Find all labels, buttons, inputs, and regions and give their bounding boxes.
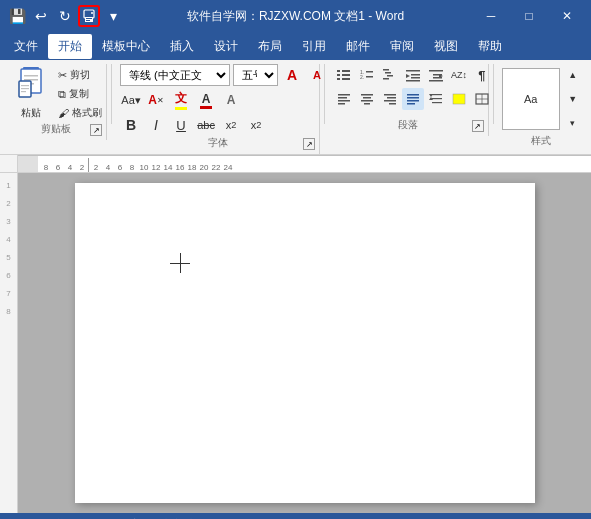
status-bar: 第 1 页，共 1 页 0 个字 中文(中国) <box>0 513 591 519</box>
para-row-1: 1.2. AZ↕ ¶ <box>333 64 493 86</box>
menu-insert[interactable]: 插入 <box>160 34 204 59</box>
menu-review[interactable]: 审阅 <box>380 34 424 59</box>
redo-button[interactable]: ↻ <box>54 5 76 27</box>
multilevel-list-button[interactable] <box>379 64 401 86</box>
cut-button[interactable]: ✂ 剪切 <box>54 66 106 84</box>
maximize-button[interactable]: □ <box>511 2 547 30</box>
superscript-button[interactable]: x2 <box>245 114 267 136</box>
styles-controls: Aa ▲ ▼ ▾ <box>502 64 584 134</box>
sort-button[interactable]: AZ↕ <box>448 64 470 86</box>
bullets-button[interactable] <box>333 64 355 86</box>
svg-rect-48 <box>384 100 396 102</box>
title-bar: 💾 ↩ ↻ ▾ 软件自学网：RJZXW.COM 文档1 - Word ─ □ ✕ <box>0 0 591 32</box>
customize-button[interactable]: ▾ <box>102 5 124 27</box>
svg-rect-15 <box>342 70 350 72</box>
italic-button[interactable]: I <box>145 114 167 136</box>
clipboard-section: 粘贴 ✂ 剪切 ⧉ 复制 🖌 格式刷 剪贴 <box>6 64 107 140</box>
para-row-2 <box>333 88 493 110</box>
font-expand[interactable]: ↗ <box>303 138 315 150</box>
svg-text:2.: 2. <box>360 74 364 80</box>
svg-rect-17 <box>342 74 350 76</box>
text-color-button[interactable]: A <box>195 89 217 111</box>
format-painter-button[interactable]: 🖌 格式刷 <box>54 104 106 122</box>
align-right-button[interactable] <box>379 88 401 110</box>
underline-button[interactable]: U <box>170 114 192 136</box>
shading-button[interactable] <box>448 88 470 110</box>
paragraph-section: 1.2. AZ↕ ¶ <box>329 64 489 136</box>
svg-rect-16 <box>337 74 340 76</box>
shade-button[interactable]: A <box>220 89 242 111</box>
svg-rect-36 <box>433 77 442 79</box>
strikethrough-button[interactable]: abc <box>195 114 217 136</box>
paragraph-expand[interactable]: ↗ <box>472 120 484 132</box>
menu-file[interactable]: 文件 <box>4 34 48 59</box>
subscript-button[interactable]: x2 <box>220 114 242 136</box>
print-preview-button[interactable] <box>78 5 100 27</box>
style-scroll-up[interactable]: ▲ <box>562 64 584 86</box>
increase-indent-button[interactable] <box>425 64 447 86</box>
paste-button[interactable]: 粘贴 <box>10 64 52 122</box>
quick-access-toolbar: 💾 ↩ ↻ ▾ <box>6 5 151 27</box>
svg-rect-18 <box>337 78 340 80</box>
style-scroll-down[interactable]: ▼ <box>562 88 584 110</box>
paragraph-controls: 1.2. AZ↕ ¶ <box>333 64 493 110</box>
menu-mailings[interactable]: 邮件 <box>336 34 380 59</box>
case-button[interactable]: Aa▾ <box>120 89 142 111</box>
menu-template[interactable]: 模板中心 <box>92 34 160 59</box>
numbering-button[interactable]: 1.2. <box>356 64 378 86</box>
svg-rect-27 <box>383 78 389 80</box>
svg-rect-35 <box>433 74 442 76</box>
svg-rect-2 <box>86 18 92 19</box>
font-row-3: B I U abc x2 x2 <box>120 114 328 136</box>
menu-references[interactable]: 引用 <box>292 34 336 59</box>
decrease-indent-button[interactable] <box>402 64 424 86</box>
svg-rect-30 <box>411 74 420 76</box>
copy-button[interactable]: ⧉ 复制 <box>54 85 106 103</box>
menu-design[interactable]: 设计 <box>204 34 248 59</box>
minimize-button[interactable]: ─ <box>473 2 509 30</box>
ribbon: 粘贴 ✂ 剪切 ⧉ 复制 🖌 格式刷 剪贴 <box>0 60 591 155</box>
align-left-button[interactable] <box>333 88 355 110</box>
highlight-color-button[interactable]: 文 <box>170 89 192 111</box>
font-label: 字体 <box>116 136 319 150</box>
clear-format-button[interactable]: A✕ <box>145 89 167 111</box>
menu-view[interactable]: 视图 <box>424 34 468 59</box>
svg-rect-50 <box>407 94 419 96</box>
svg-rect-41 <box>338 103 345 105</box>
document-scroll-area[interactable] <box>18 173 591 513</box>
menu-bar: 文件 开始 模板中心 插入 设计 布局 引用 邮件 审阅 视图 帮助 <box>0 32 591 60</box>
svg-rect-38 <box>338 94 350 96</box>
save-button[interactable]: 💾 <box>6 5 28 27</box>
bold-button[interactable]: B <box>120 114 142 136</box>
font-grow-button[interactable]: A <box>281 64 303 86</box>
show-marks-button[interactable]: ¶ <box>471 64 493 86</box>
window-controls: ─ □ ✕ <box>440 2 585 30</box>
undo-button[interactable]: ↩ <box>30 5 52 27</box>
svg-rect-46 <box>384 94 396 96</box>
menu-help[interactable]: 帮助 <box>468 34 512 59</box>
svg-rect-14 <box>337 70 340 72</box>
borders-button[interactable] <box>471 88 493 110</box>
font-row-2: Aa▾ A✕ 文 A <box>120 89 328 111</box>
svg-rect-7 <box>24 75 38 77</box>
close-button[interactable]: ✕ <box>549 2 585 30</box>
paragraph-label: 段落 <box>329 118 488 132</box>
line-spacing-button[interactable] <box>425 88 447 110</box>
svg-point-4 <box>91 12 93 14</box>
font-shrink-button[interactable]: A <box>306 64 328 86</box>
svg-rect-0 <box>84 10 94 18</box>
justify-button[interactable] <box>402 88 424 110</box>
menu-layout[interactable]: 布局 <box>248 34 292 59</box>
clipboard-expand[interactable]: ↗ <box>90 124 102 136</box>
align-center-button[interactable] <box>356 88 378 110</box>
document-page[interactable] <box>75 183 535 503</box>
font-size-select[interactable]: 五号 <box>233 64 278 86</box>
styles-label: 样式 <box>498 134 585 148</box>
style-more[interactable]: ▾ <box>562 112 584 134</box>
menu-home[interactable]: 开始 <box>48 34 92 59</box>
font-family-select[interactable]: 等线 (中文正文 <box>120 64 230 86</box>
ruler-left-side <box>0 155 18 172</box>
style-preview[interactable]: Aa <box>502 68 560 130</box>
svg-rect-37 <box>429 80 443 82</box>
svg-rect-47 <box>387 97 396 99</box>
